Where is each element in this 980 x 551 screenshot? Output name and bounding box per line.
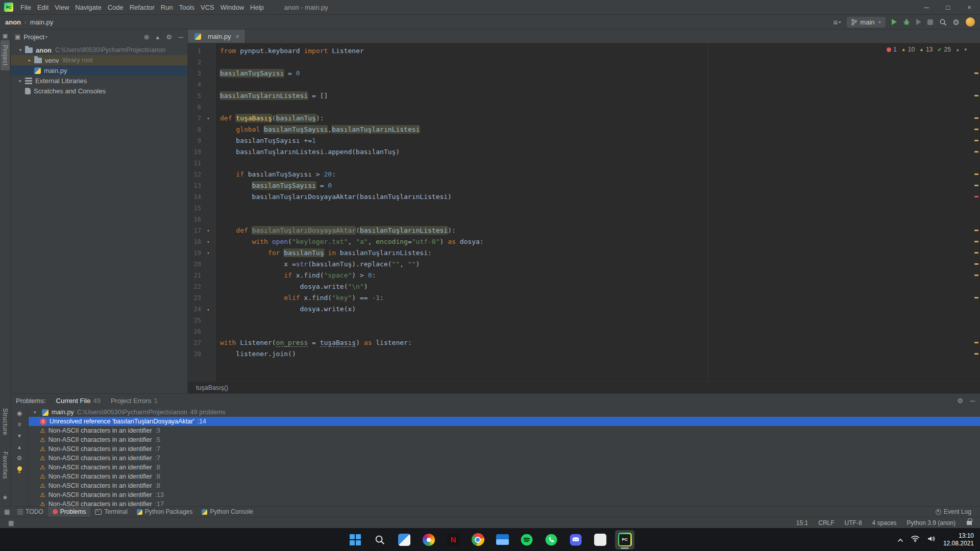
- menu-window[interactable]: Window: [217, 0, 247, 14]
- warning-stripe-mark[interactable]: [974, 342, 978, 343]
- toolwindow-button-problems[interactable]: Problems: [48, 507, 91, 517]
- code-text[interactable]: [215, 203, 220, 214]
- taskbar-discord-icon[interactable]: [566, 530, 585, 549]
- taskbar-explorer-icon[interactable]: [493, 530, 512, 549]
- taskbar-search-icon[interactable]: [370, 530, 389, 549]
- tray-chevron-icon[interactable]: [897, 535, 903, 544]
- fold-toggle-icon[interactable]: ▾: [201, 236, 215, 247]
- expand-all-icon[interactable]: ▾: [18, 433, 21, 439]
- code-text[interactable]: dosya.write("\n"): [215, 281, 368, 292]
- project-item-venv[interactable]: ▸venvlibrary root: [11, 55, 187, 65]
- problem-row[interactable]: ⚠Non-ASCII characters in an identifier:8: [29, 463, 980, 472]
- debug-button[interactable]: [903, 18, 910, 26]
- chevron-down-icon[interactable]: ▾: [45, 35, 47, 39]
- fold-toggle-icon[interactable]: ▾: [201, 247, 215, 259]
- settings-icon[interactable]: ⚙: [166, 34, 172, 40]
- code-text[interactable]: with open("keyloger.txt", "a", encoding=…: [215, 236, 484, 247]
- volume-icon[interactable]: [927, 535, 936, 545]
- settings-icon[interactable]: ⚙: [17, 455, 22, 461]
- menu-refactor[interactable]: Refactor: [127, 0, 158, 14]
- code-text[interactable]: if basılanTuşSayısı > 20:: [215, 169, 336, 180]
- taskbar-netflix-icon[interactable]: N: [444, 530, 463, 549]
- project-item-scratches-and-consoles[interactable]: Scratches and Consoles: [11, 86, 187, 96]
- toolwindow-button-event-log[interactable]: Event Log: [931, 508, 976, 515]
- tool-windows-icon[interactable]: ▦: [4, 508, 10, 515]
- toolwindow-button-terminal[interactable]: Terminal: [90, 507, 132, 517]
- group-by-icon[interactable]: ≡: [17, 421, 21, 428]
- stripe-button-favorites[interactable]: Favorites: [1, 447, 10, 484]
- minimize-button[interactable]: ─: [916, 0, 937, 14]
- code-text[interactable]: basılanTuşlarınListesi.append(basılanTuş…: [215, 146, 400, 158]
- weak-warning-indicator[interactable]: ▲13: [919, 46, 933, 53]
- code-text[interactable]: basılanTuşSayısı = 0: [215, 68, 300, 79]
- warning-stripe-mark[interactable]: [974, 151, 978, 153]
- warning-stripe-mark[interactable]: [974, 274, 978, 276]
- ok-indicator[interactable]: ✔25: [937, 46, 951, 53]
- chevron-down-icon[interactable]: ▾: [34, 410, 39, 415]
- code-text[interactable]: with Listener(on_press = tuşaBasış) as l…: [215, 337, 412, 348]
- problem-row[interactable]: ⚠Non-ASCII characters in an identifier:7: [29, 444, 980, 454]
- settings-icon[interactable]: ⚙: [957, 397, 963, 405]
- taskbar-widgets-icon[interactable]: [395, 530, 414, 549]
- git-branch-widget[interactable]: main ▾: [847, 17, 885, 28]
- warning-stripe-mark[interactable]: [974, 173, 978, 175]
- next-problem-icon[interactable]: ▾: [964, 47, 967, 52]
- user-avatar[interactable]: [966, 17, 975, 27]
- warning-stripe-mark[interactable]: [974, 353, 978, 355]
- inspections-widget[interactable]: 1▲10▲13✔25▴▾: [887, 46, 967, 53]
- taskbar-spotify-icon[interactable]: [517, 530, 536, 549]
- problem-row[interactable]: ⚠Non-ASCII characters in an identifier:1…: [29, 499, 980, 506]
- code-text[interactable]: def tuşaBasış(basılanTuş):: [215, 113, 324, 124]
- warning-stripe-mark[interactable]: [974, 230, 978, 231]
- warning-stripe-mark[interactable]: [974, 252, 978, 254]
- taskbar-applight-icon[interactable]: [591, 530, 610, 549]
- caret-position[interactable]: 15:1: [796, 519, 808, 527]
- quickfix-bulb-icon[interactable]: [17, 466, 22, 471]
- code-text[interactable]: basılanTuşSayısı +=1: [215, 135, 316, 146]
- code-text[interactable]: x =str(basılanTuş).replace("", ""): [215, 259, 420, 270]
- code-text[interactable]: [215, 326, 220, 337]
- prev-problem-icon[interactable]: ▴: [957, 47, 959, 52]
- problem-row[interactable]: ⚠Non-ASCII characters in an identifier:3: [29, 426, 980, 435]
- menu-help[interactable]: Help: [247, 0, 267, 14]
- menu-edit[interactable]: Edit: [34, 0, 52, 14]
- stripe-button-structure[interactable]: Structure: [1, 404, 10, 440]
- problems-file-row[interactable]: ▾ main.py C:\Users\90530\PycharmProjects…: [29, 408, 980, 417]
- problems-tab-current-file[interactable]: Current File49: [56, 397, 101, 405]
- taskbar-chrome-icon[interactable]: [468, 530, 487, 549]
- taskbar-clock[interactable]: 13:10 12.08.2021: [943, 532, 974, 547]
- code-text[interactable]: basılanTuşlarınListesi = []: [215, 90, 328, 102]
- favorites-star-icon[interactable]: ★: [3, 494, 8, 501]
- taskbar-start-icon[interactable]: [346, 530, 365, 549]
- menu-navigate[interactable]: Navigate: [72, 0, 104, 14]
- menu-code[interactable]: Code: [105, 0, 127, 14]
- warning-stripe-mark[interactable]: [974, 140, 978, 141]
- fold-toggle-icon[interactable]: ▾: [201, 225, 215, 236]
- problems-tab-project-errors[interactable]: Project Errors1: [111, 397, 158, 405]
- code-text[interactable]: listener.join(): [215, 348, 296, 360]
- problem-row[interactable]: ⚠Non-ASCII characters in an identifier:8: [29, 481, 980, 490]
- hide-panel-icon[interactable]: ─: [970, 397, 975, 405]
- code-text[interactable]: basılanTuşSayısı = 0: [215, 180, 332, 191]
- indent-style[interactable]: 4 spaces: [872, 519, 897, 527]
- code-text[interactable]: global basılanTuşSayısı,basılanTuşlarınL…: [215, 124, 420, 135]
- problem-row[interactable]: ⚠Non-ASCII characters in an identifier:5: [29, 435, 980, 444]
- error-indicator[interactable]: 1: [887, 46, 897, 53]
- menu-vcs[interactable]: VCS: [198, 0, 217, 14]
- fold-toggle-icon[interactable]: ▾: [201, 113, 215, 124]
- code-text[interactable]: [215, 57, 220, 68]
- chevron-down-icon[interactable]: ▾: [17, 47, 24, 53]
- stripe-button-project[interactable]: Project: [1, 40, 10, 70]
- taskbar-photos-icon[interactable]: [419, 530, 438, 549]
- project-tool-icon[interactable]: ▣: [3, 33, 8, 39]
- breadcrumb-project[interactable]: anon: [5, 18, 21, 26]
- hide-panel-icon[interactable]: ─: [179, 34, 183, 40]
- warning-stripe-mark[interactable]: [974, 263, 978, 265]
- pycharm-logo-icon[interactable]: PC: [4, 3, 13, 12]
- fold-toggle-icon[interactable]: ▴: [201, 304, 215, 315]
- collapse-all-icon[interactable]: ▴: [18, 444, 21, 450]
- warning-stripe-mark[interactable]: [974, 95, 978, 96]
- network-icon[interactable]: [911, 535, 920, 544]
- caret-context-breadcrumb[interactable]: tuşaBasış(): [196, 384, 228, 391]
- warning-stripe-mark[interactable]: [974, 117, 978, 119]
